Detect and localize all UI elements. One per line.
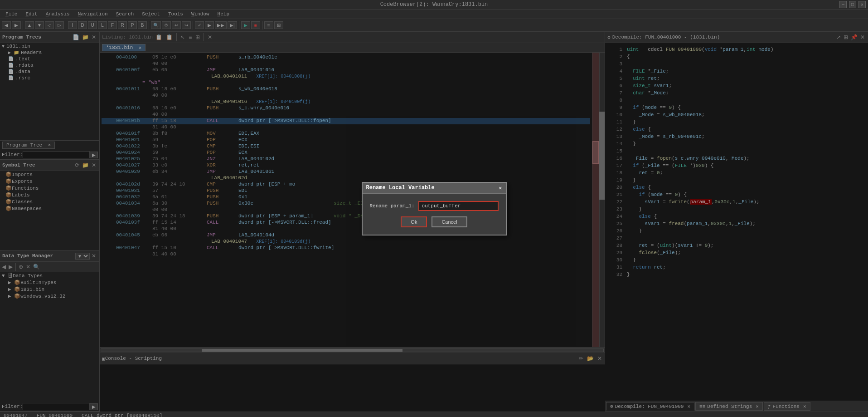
dialog-buttons: Ok Cancel xyxy=(370,216,499,227)
dialog-cancel-button[interactable]: Cancel xyxy=(432,216,467,227)
dialog-label: Rename param_1: xyxy=(370,203,415,209)
dialog-input[interactable] xyxy=(418,201,499,211)
dialog-overlay: Rename Local Variable ✕ Rename param_1: … xyxy=(0,0,868,417)
dialog-ok-button[interactable]: Ok xyxy=(401,216,427,227)
dialog-title-text: Rename Local Variable xyxy=(366,185,435,191)
dialog-body: Rename param_1: Ok Cancel xyxy=(363,194,506,235)
rename-dialog: Rename Local Variable ✕ Rename param_1: … xyxy=(362,182,507,235)
dialog-close-icon[interactable]: ✕ xyxy=(499,185,502,191)
dialog-label-row: Rename param_1: xyxy=(370,201,499,211)
dialog-title-bar: Rename Local Variable ✕ xyxy=(363,183,506,194)
